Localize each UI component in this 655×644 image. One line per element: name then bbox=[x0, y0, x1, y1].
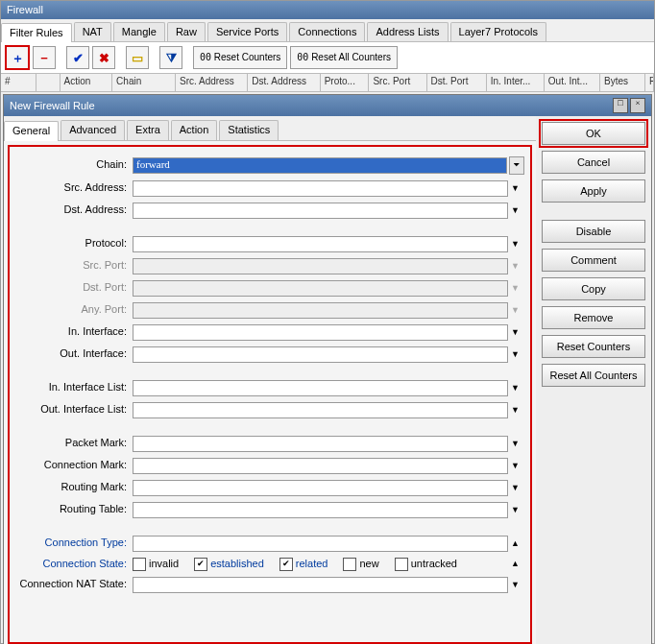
tab-advanced[interactable]: Advanced bbox=[61, 120, 125, 139]
col-out-int[interactable]: Out. Int... bbox=[545, 74, 600, 91]
label-new: new bbox=[359, 558, 378, 570]
chain-input[interactable]: forward bbox=[133, 157, 507, 174]
col-action[interactable]: Action bbox=[61, 74, 113, 91]
label-routing-table: Routing Table: bbox=[15, 503, 133, 515]
dst-address-toggle[interactable]: ▼ bbox=[508, 205, 524, 216]
connection-state-toggle[interactable]: ▲ bbox=[508, 559, 524, 569]
label-invalid: invalid bbox=[149, 558, 179, 570]
window-restore-button[interactable]: □ bbox=[613, 98, 628, 113]
tab-filter-rules[interactable]: Filter Rules bbox=[1, 23, 72, 42]
disable-button[interactable]: Disable bbox=[542, 220, 645, 243]
reset-counters-button[interactable]: 00 Reset Counters bbox=[193, 46, 287, 69]
tab-address-lists[interactable]: Address Lists bbox=[367, 22, 448, 41]
col-proto[interactable]: Proto... bbox=[321, 74, 370, 91]
dialog-title: New Firewall Rule bbox=[10, 100, 95, 112]
disable-button[interactable]: ✖ bbox=[92, 46, 115, 69]
dst-address-input[interactable] bbox=[133, 203, 508, 219]
col-chain[interactable]: Chain bbox=[112, 74, 176, 91]
tab-nat[interactable]: NAT bbox=[74, 22, 111, 41]
window-close-button[interactable]: × bbox=[630, 98, 645, 113]
connection-mark-input[interactable] bbox=[133, 458, 508, 474]
col-src-address[interactable]: Src. Address bbox=[176, 74, 248, 91]
col-src-port[interactable]: Src. Port bbox=[369, 74, 426, 91]
out-interface-input[interactable] bbox=[133, 346, 508, 363]
src-address-toggle[interactable]: ▼ bbox=[508, 183, 524, 194]
connection-nat-state-input[interactable] bbox=[133, 577, 508, 593]
routing-table-toggle[interactable]: ▼ bbox=[508, 505, 524, 515]
comment-dialog-button[interactable]: Comment bbox=[542, 249, 645, 272]
reset-counters-dialog-button[interactable]: Reset Counters bbox=[542, 335, 645, 358]
in-interface-toggle[interactable]: ▼ bbox=[508, 327, 524, 338]
filter-button[interactable]: ⧩ bbox=[159, 46, 182, 69]
col-in-inter[interactable]: In. Inter... bbox=[487, 74, 545, 91]
general-form: Chain: forward⏷ Src. Address: ▼ Dst. Add… bbox=[8, 145, 532, 644]
check-invalid[interactable] bbox=[133, 558, 146, 571]
col-num[interactable]: # bbox=[1, 74, 36, 91]
col-flag[interactable] bbox=[36, 74, 60, 91]
packet-mark-toggle[interactable]: ▼ bbox=[508, 439, 524, 449]
any-port-input bbox=[133, 302, 508, 319]
routing-table-input[interactable] bbox=[133, 502, 508, 518]
enable-button[interactable]: ✔ bbox=[66, 46, 89, 69]
in-interface-list-input[interactable] bbox=[133, 380, 508, 396]
add-button[interactable]: ＋ bbox=[5, 45, 30, 70]
protocol-input[interactable] bbox=[133, 236, 508, 252]
routing-mark-toggle[interactable]: ▼ bbox=[508, 483, 524, 493]
label-routing-mark: Routing Mark: bbox=[15, 481, 133, 493]
src-port-toggle[interactable]: ▼ bbox=[508, 261, 524, 272]
tab-general[interactable]: General bbox=[4, 121, 59, 140]
cancel-button[interactable]: Cancel bbox=[542, 151, 645, 174]
label-untracked: untracked bbox=[411, 558, 457, 570]
connection-type-input[interactable] bbox=[133, 536, 508, 552]
label-dst-port: Dst. Port: bbox=[15, 281, 133, 294]
dst-port-toggle[interactable]: ▼ bbox=[508, 283, 524, 294]
tab-extra[interactable]: Extra bbox=[127, 120, 169, 139]
tab-layer7-protocols[interactable]: Layer7 Protocols bbox=[450, 22, 547, 41]
label-connection-state: Connection State: bbox=[15, 558, 133, 570]
protocol-toggle[interactable]: ▼ bbox=[508, 239, 524, 250]
in-interface-list-toggle[interactable]: ▼ bbox=[508, 383, 524, 394]
reset-all-counters-button[interactable]: 00 Reset All Counters bbox=[290, 46, 398, 69]
chain-dropdown-button[interactable]: ⏷ bbox=[509, 156, 524, 175]
apply-button[interactable]: Apply bbox=[542, 179, 645, 203]
list-header: # Action Chain Src. Address Dst. Address… bbox=[1, 74, 654, 92]
any-port-toggle[interactable]: ▼ bbox=[508, 305, 524, 316]
reset-all-counters-dialog-button[interactable]: Reset All Counters bbox=[542, 364, 645, 387]
in-interface-input[interactable] bbox=[133, 324, 508, 341]
check-untracked[interactable] bbox=[395, 558, 408, 571]
remove-dialog-button[interactable]: Remove bbox=[542, 306, 645, 329]
tab-connections[interactable]: Connections bbox=[289, 22, 365, 41]
connection-mark-toggle[interactable]: ▼ bbox=[508, 461, 524, 471]
col-bytes[interactable]: Bytes bbox=[600, 74, 645, 91]
tab-action[interactable]: Action bbox=[171, 120, 218, 139]
col-packets[interactable]: Packets bbox=[645, 74, 654, 91]
check-related[interactable]: ✔ bbox=[279, 558, 293, 571]
tab-raw[interactable]: Raw bbox=[167, 22, 206, 41]
tab-statistics[interactable]: Statistics bbox=[219, 120, 279, 139]
check-new[interactable] bbox=[343, 558, 356, 571]
label-established: established bbox=[210, 558, 264, 570]
col-dst-address[interactable]: Dst. Address bbox=[248, 74, 320, 91]
connection-type-toggle[interactable]: ▲ bbox=[508, 538, 524, 549]
remove-button[interactable]: − bbox=[33, 46, 56, 69]
ok-button[interactable]: OK bbox=[542, 122, 645, 145]
out-interface-list-input[interactable] bbox=[133, 402, 508, 418]
src-address-input[interactable] bbox=[133, 180, 508, 197]
packet-mark-input[interactable] bbox=[133, 436, 508, 452]
src-port-input bbox=[133, 258, 508, 274]
check-established[interactable]: ✔ bbox=[194, 558, 207, 571]
routing-mark-input[interactable] bbox=[133, 480, 508, 496]
tab-service-ports[interactable]: Service Ports bbox=[207, 22, 287, 41]
comment-button[interactable]: ▭ bbox=[126, 46, 149, 69]
connection-nat-state-toggle[interactable]: ▼ bbox=[508, 580, 524, 590]
dst-port-input bbox=[133, 280, 508, 297]
col-dst-port[interactable]: Dst. Port bbox=[427, 74, 487, 91]
tab-mangle[interactable]: Mangle bbox=[113, 22, 165, 41]
label-connection-mark: Connection Mark: bbox=[15, 459, 133, 471]
label-dst-address: Dst. Address: bbox=[15, 203, 133, 216]
copy-button[interactable]: Copy bbox=[542, 277, 645, 300]
label-connection-nat-state: Connection NAT State: bbox=[15, 578, 133, 590]
out-interface-toggle[interactable]: ▼ bbox=[508, 349, 524, 360]
out-interface-list-toggle[interactable]: ▼ bbox=[508, 405, 524, 416]
label-in-interface: In. Interface: bbox=[15, 325, 133, 338]
